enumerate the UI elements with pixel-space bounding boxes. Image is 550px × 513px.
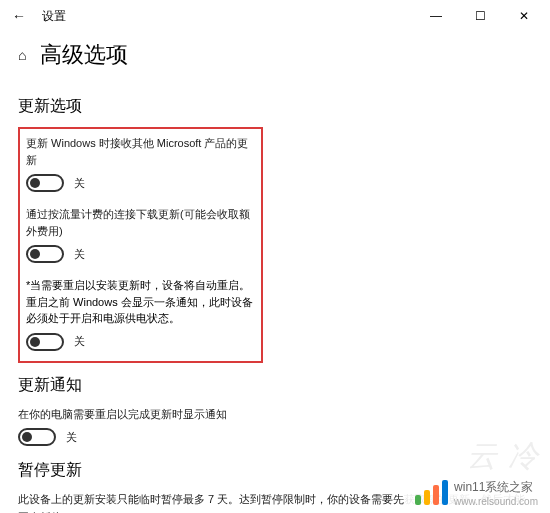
- toggle-metered-download[interactable]: [26, 245, 64, 263]
- watermark-text-block: win11系统之家 www.relsound.com: [454, 479, 538, 507]
- maximize-button[interactable]: ☐: [458, 1, 502, 31]
- toggle-row: 关: [26, 333, 255, 351]
- option-auto-restart: *当需要重启以安装更新时，设备将自动重启。重启之前 Windows 会显示一条通…: [26, 277, 255, 351]
- window-controls: — ☐ ✕: [414, 1, 546, 31]
- option-label: 在你的电脑需要重启以完成更新时显示通知: [18, 406, 532, 423]
- toggle-row: 关: [18, 428, 532, 446]
- toggle-row: 关: [26, 174, 255, 192]
- close-icon: ✕: [519, 9, 529, 23]
- maximize-icon: ☐: [475, 9, 486, 23]
- highlight-box: 更新 Windows 时接收其他 Microsoft 产品的更新 关 通过按流量…: [18, 127, 263, 363]
- toggle-knob: [30, 178, 40, 188]
- toggle-auto-restart[interactable]: [26, 333, 64, 351]
- option-label: *当需要重启以安装更新时，设备将自动重启。重启之前 Windows 会显示一条通…: [26, 277, 255, 327]
- back-button[interactable]: ←: [4, 1, 34, 31]
- option-other-microsoft-updates: 更新 Windows 时接收其他 Microsoft 产品的更新 关: [26, 135, 255, 192]
- page-title: 高级选项: [40, 40, 128, 70]
- toggle-knob: [22, 432, 32, 442]
- toggle-row: 关: [26, 245, 255, 263]
- home-icon[interactable]: ⌂: [18, 47, 26, 63]
- toggle-knob: [30, 249, 40, 259]
- toggle-restart-notification[interactable]: [18, 428, 56, 446]
- watermark-logo-icon: [408, 481, 448, 505]
- back-arrow-icon: ←: [12, 8, 26, 24]
- option-label: 通过按流量计费的连接下载更新(可能会收取额外费用): [26, 206, 255, 239]
- minimize-icon: —: [430, 9, 442, 23]
- section-heading-update-options: 更新选项: [18, 96, 532, 117]
- titlebar: ← 设置 — ☐ ✕: [0, 0, 550, 32]
- toggle-state: 关: [74, 247, 85, 262]
- close-button[interactable]: ✕: [502, 1, 546, 31]
- section-heading-notifications: 更新通知: [18, 375, 532, 396]
- option-restart-notification: 在你的电脑需要重启以完成更新时显示通知 关: [18, 406, 532, 447]
- option-label: 更新 Windows 时接收其他 Microsoft 产品的更新: [26, 135, 255, 168]
- watermark: win11系统之家 www.relsound.com: [404, 477, 542, 509]
- page-header: ⌂ 高级选项: [0, 32, 550, 84]
- window-title: 设置: [42, 8, 66, 25]
- minimize-button[interactable]: —: [414, 1, 458, 31]
- option-metered-download: 通过按流量计费的连接下载更新(可能会收取额外费用) 关: [26, 206, 255, 263]
- toggle-state: 关: [74, 176, 85, 191]
- toggle-state: 关: [74, 334, 85, 349]
- toggle-state: 关: [66, 430, 77, 445]
- watermark-title: win11系统之家: [454, 479, 538, 496]
- watermark-url: www.relsound.com: [454, 496, 538, 507]
- toggle-knob: [30, 337, 40, 347]
- content: 更新选项 更新 Windows 时接收其他 Microsoft 产品的更新 关 …: [0, 96, 550, 513]
- toggle-other-microsoft-updates[interactable]: [26, 174, 64, 192]
